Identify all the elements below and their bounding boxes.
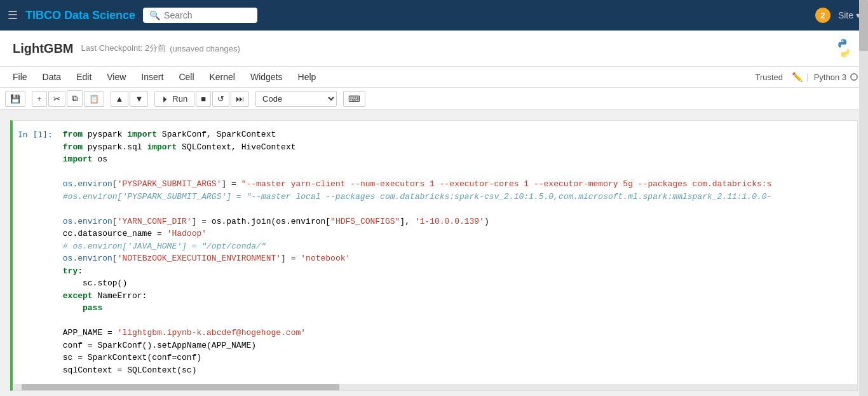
save-button[interactable]: 💾 xyxy=(5,91,25,107)
cell-type-select[interactable]: Code Markdown Raw NBConvert xyxy=(255,91,337,107)
cell-1-scroll-thumb xyxy=(22,384,339,390)
notebook-area: In [1]: from pyspark import SparkConf, S… xyxy=(0,110,868,396)
restart-run-button[interactable]: ⏭ xyxy=(231,91,249,107)
site-menu[interactable]: Site ▾ xyxy=(838,10,860,20)
kernel-status-circle xyxy=(850,73,858,81)
hamburger-icon[interactable]: ☰ xyxy=(8,8,18,22)
cell-1-code[interactable]: from pyspark import SparkConf, SparkCont… xyxy=(58,121,857,384)
search-icon: 🔍 xyxy=(149,10,160,20)
cell-1: In [1]: from pyspark import SparkConf, S… xyxy=(10,120,858,391)
move-up-button[interactable]: ▲ xyxy=(111,91,129,107)
brand-tibco-text: TIBCO Data Science xyxy=(25,9,135,22)
menu-widgets[interactable]: Widgets xyxy=(243,67,290,87)
page-scrollbar[interactable] xyxy=(859,0,868,396)
restart-button[interactable]: ↺ xyxy=(212,91,229,107)
notification-badge[interactable]: 2 xyxy=(815,8,831,23)
menu-cell[interactable]: Cell xyxy=(171,67,201,87)
brand-logo: TIBCO Data Science xyxy=(25,9,135,22)
checkpoint-time: 2分前 xyxy=(145,43,166,53)
page-scroll-thumb xyxy=(859,0,868,51)
kernel-info: Python 3 xyxy=(809,70,863,85)
menu-bar: File Data Edit View Insert Cell Kernel W… xyxy=(0,67,868,88)
cut-cell-button[interactable]: ✂ xyxy=(48,91,65,107)
edit-trusted-icon[interactable]: ✏️ xyxy=(788,69,806,85)
toolbar: 💾 + ✂ ⧉ 📋 ▲ ▼ ⏵ Run ■ ↺ ⏭ Code Markdown … xyxy=(0,88,868,110)
notebook-title: LightGBM xyxy=(13,41,74,56)
trusted-badge: Trusted xyxy=(750,70,788,85)
interrupt-button[interactable]: ■ xyxy=(196,91,211,107)
paste-cell-button[interactable]: 📋 xyxy=(84,91,104,107)
search-input[interactable] xyxy=(164,10,240,20)
search-box: 🔍 xyxy=(143,8,257,23)
copy-cell-button[interactable]: ⧉ xyxy=(67,90,83,107)
keyboard-shortcut-button[interactable]: ⌨ xyxy=(343,91,365,107)
run-icon: ⏵ xyxy=(161,94,170,104)
notebook-header: LightGBM Last Checkpoint: 2分前 (unsaved c… xyxy=(0,31,868,67)
kernel-name: Python 3 xyxy=(814,72,846,82)
menu-kernel[interactable]: Kernel xyxy=(202,67,243,87)
cell-1-input: In [1]: from pyspark import SparkConf, S… xyxy=(13,121,857,384)
run-label: Run xyxy=(172,94,187,104)
top-navigation: ☰ TIBCO Data Science 🔍 2 Site ▾ xyxy=(0,0,868,31)
menu-file[interactable]: File xyxy=(5,67,35,87)
move-down-button[interactable]: ▼ xyxy=(130,91,148,107)
cell-1-scrollbar[interactable] xyxy=(13,384,857,390)
python-logo xyxy=(832,37,855,60)
menu-help[interactable]: Help xyxy=(290,67,324,87)
checkpoint-label: Last Checkpoint: xyxy=(81,43,143,53)
run-button[interactable]: ⏵ Run xyxy=(154,91,194,107)
menu-edit[interactable]: Edit xyxy=(69,67,99,87)
checkpoint-info: Last Checkpoint: 2分前 xyxy=(81,43,166,54)
menu-view[interactable]: View xyxy=(99,67,133,87)
menu-data[interactable]: Data xyxy=(35,67,69,87)
unsaved-changes: (unsaved changes) xyxy=(170,44,240,53)
add-cell-button[interactable]: + xyxy=(32,91,47,107)
site-label: Site xyxy=(838,10,853,20)
cell-1-label: In [1]: xyxy=(13,121,58,148)
menu-insert[interactable]: Insert xyxy=(133,67,171,87)
